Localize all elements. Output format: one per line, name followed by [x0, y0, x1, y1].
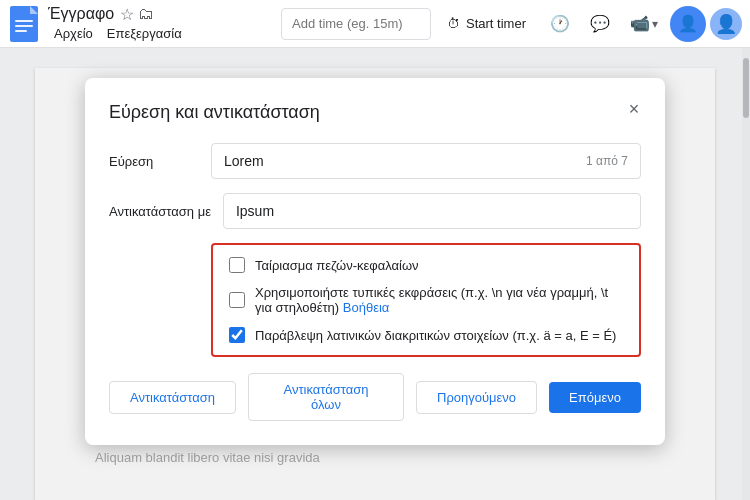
title-section: Έγγραφο ☆ 🗂 Αρχείο Επεξεργασία — [48, 5, 188, 43]
checkbox-row-3: Παράβλεψη λατινικών διακριτικών στοιχείω… — [229, 327, 623, 343]
timer-icon: ⏱ — [447, 16, 460, 31]
star-icon[interactable]: ☆ — [120, 5, 134, 24]
video-button[interactable]: 📹 ▾ — [622, 10, 666, 37]
comment-icon: 💬 — [590, 14, 610, 33]
find-input[interactable] — [224, 153, 586, 169]
find-label: Εύρεση — [109, 154, 199, 169]
doc-title-icons: ☆ 🗂 — [120, 5, 154, 24]
comment-button[interactable]: 💬 — [582, 6, 618, 42]
modal-close-button[interactable]: × — [619, 94, 649, 124]
video-chevron-icon: ▾ — [652, 17, 658, 31]
video-icon: 📹 — [630, 14, 650, 33]
regex-label: Χρησιμοποιήστε τυπικές εκφράσεις (π.χ. \… — [255, 285, 623, 315]
previous-button[interactable]: Προηγούμενο — [416, 381, 537, 414]
find-count: 1 από 7 — [586, 154, 628, 168]
menu-file[interactable]: Αρχείο — [48, 24, 99, 43]
find-row: Εύρεση 1 από 7 — [109, 143, 641, 179]
svg-rect-2 — [15, 20, 33, 22]
menu-edit[interactable]: Επεξεργασία — [101, 24, 188, 43]
checkbox-row-1: Ταίριασμα πεζών-κεφαλαίων — [229, 257, 623, 273]
find-input-container: 1 από 7 — [211, 143, 641, 179]
modal-buttons: Αντικατάσταση Αντικατάσταση όλων Προηγού… — [109, 373, 641, 421]
menu-bar: Αρχείο Επεξεργασία — [48, 24, 188, 43]
doc-body: Aliquam blandit libero vitae nisi gravid… — [0, 48, 750, 500]
replace-all-button[interactable]: Αντικατάσταση όλων — [248, 373, 404, 421]
diacritics-label: Παράβλεψη λατινικών διακριτικών στοιχείω… — [255, 328, 616, 343]
user-avatar[interactable]: 👤 — [710, 8, 742, 40]
svg-rect-4 — [15, 30, 27, 32]
history-button[interactable]: 🕐 — [542, 6, 578, 42]
next-button[interactable]: Επόμενο — [549, 382, 641, 413]
svg-rect-3 — [15, 25, 33, 27]
add-person-icon: 👤 — [678, 14, 698, 33]
checkbox-row-2: Χρησιμοποιήστε τυπικές εκφράσεις (π.χ. \… — [229, 285, 623, 315]
start-timer-button[interactable]: ⏱ Start timer — [435, 12, 538, 35]
case-match-checkbox[interactable] — [229, 257, 245, 273]
case-match-label: Ταίριασμα πεζών-κεφαλαίων — [255, 258, 419, 273]
doc-title: Έγγραφο ☆ 🗂 — [48, 5, 188, 24]
history-icon: 🕐 — [550, 14, 570, 33]
add-time-input[interactable] — [281, 8, 431, 40]
app-icon — [8, 8, 40, 40]
replace-input[interactable] — [223, 193, 641, 229]
checkbox-section: Ταίριασμα πεζών-κεφαλαίων Χρησιμοποιήστε… — [211, 243, 641, 357]
avatar-image: 👤 — [715, 13, 737, 35]
regex-checkbox[interactable] — [229, 292, 245, 308]
diacritics-checkbox[interactable] — [229, 327, 245, 343]
modal-title: Εύρεση και αντικατάσταση — [109, 102, 641, 123]
help-link[interactable]: Βοήθεια — [343, 300, 390, 315]
replace-label: Αντικατάσταση με — [109, 204, 211, 219]
add-person-button[interactable]: 👤 — [670, 6, 706, 42]
doc-title-text[interactable]: Έγγραφο — [48, 5, 114, 23]
modal-overlay: Εύρεση και αντικατάσταση × Εύρεση 1 από … — [0, 48, 750, 500]
start-timer-label: Start timer — [466, 16, 526, 31]
replace-button[interactable]: Αντικατάσταση — [109, 381, 236, 414]
replace-row: Αντικατάσταση με — [109, 193, 641, 229]
toolbar: Έγγραφο ☆ 🗂 Αρχείο Επεξεργασία ⏱ Start t… — [0, 0, 750, 48]
folder-icon[interactable]: 🗂 — [138, 5, 154, 23]
find-replace-modal: Εύρεση και αντικατάσταση × Εύρεση 1 από … — [85, 78, 665, 445]
